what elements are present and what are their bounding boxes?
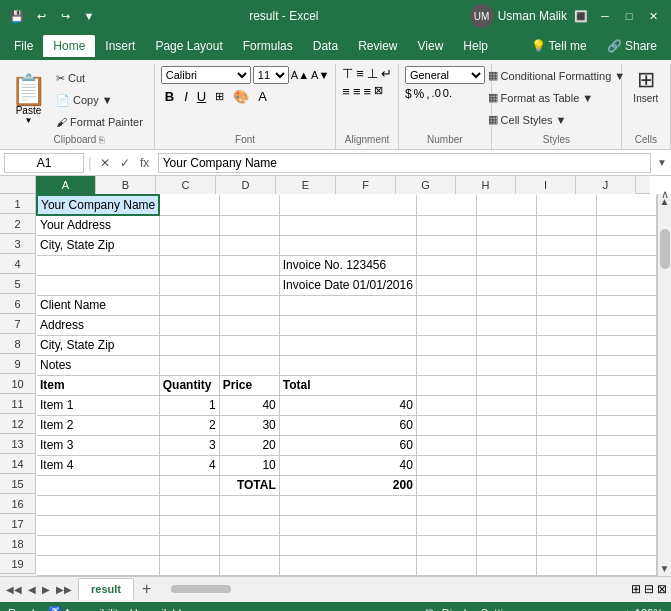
cell-E11[interactable] — [416, 395, 476, 415]
cell-A5[interactable] — [37, 275, 159, 295]
cell-F11[interactable] — [476, 395, 536, 415]
cell-G17[interactable] — [536, 515, 596, 535]
font-family-select[interactable]: Calibri — [161, 66, 251, 84]
zoom-out-button[interactable]: ─ — [529, 607, 537, 612]
col-header-G[interactable]: G — [396, 176, 456, 194]
cell-B19[interactable] — [159, 555, 219, 575]
menu-page-layout[interactable]: Page Layout — [145, 35, 232, 57]
row-header-3[interactable]: 3 — [0, 234, 36, 254]
merge-button[interactable]: ⊠ — [374, 84, 383, 99]
cell-E13[interactable] — [416, 435, 476, 455]
cell-A17[interactable] — [37, 515, 159, 535]
cell-C7[interactable] — [219, 315, 279, 335]
row-header-4[interactable]: 4 — [0, 254, 36, 274]
cell-D18[interactable] — [279, 535, 416, 555]
cell-H17[interactable] — [596, 515, 656, 535]
cell-B10[interactable]: Quantity — [159, 375, 219, 395]
sheet-nav-next[interactable]: ▶ — [40, 582, 52, 597]
cell-H8[interactable] — [596, 335, 656, 355]
cell-A18[interactable] — [37, 535, 159, 555]
cell-D2[interactable] — [279, 215, 416, 235]
cell-A7[interactable]: Address — [37, 315, 159, 335]
cell-H6[interactable] — [596, 295, 656, 315]
cell-H7[interactable] — [596, 315, 656, 335]
scrollbar-track-h[interactable] — [161, 584, 623, 594]
cell-G8[interactable] — [536, 335, 596, 355]
cell-G11[interactable] — [536, 395, 596, 415]
cell-D17[interactable] — [279, 515, 416, 535]
menu-home[interactable]: Home — [43, 35, 95, 57]
cell-G15[interactable] — [536, 475, 596, 495]
cell-G7[interactable] — [536, 315, 596, 335]
cell-B3[interactable] — [159, 235, 219, 255]
underline-button[interactable]: U — [194, 88, 209, 105]
col-header-I[interactable]: I — [516, 176, 576, 194]
cell-B2[interactable] — [159, 215, 219, 235]
row-header-1[interactable]: 1 — [0, 194, 36, 214]
select-all-button[interactable] — [0, 176, 36, 194]
wrap-text-button[interactable]: ↵ — [381, 66, 392, 81]
conditional-formatting-button[interactable]: ▦ Conditional Formatting ▼ — [483, 66, 631, 85]
cell-H15[interactable] — [596, 475, 656, 495]
menu-review[interactable]: Review — [348, 35, 407, 57]
cell-F17[interactable] — [476, 515, 536, 535]
horizontal-scrollbar[interactable] — [157, 584, 627, 594]
row-header-5[interactable]: 5 — [0, 274, 36, 294]
cell-H10[interactable] — [596, 375, 656, 395]
menu-formulas[interactable]: Formulas — [233, 35, 303, 57]
row-header-17[interactable]: 17 — [0, 514, 36, 534]
align-right-button[interactable]: ≡ — [363, 84, 371, 99]
cell-E16[interactable] — [416, 495, 476, 515]
italic-button[interactable]: I — [181, 88, 191, 105]
cell-G3[interactable] — [536, 235, 596, 255]
cell-G10[interactable] — [536, 375, 596, 395]
menu-data[interactable]: Data — [303, 35, 348, 57]
cell-E15[interactable] — [416, 475, 476, 495]
cell-B9[interactable] — [159, 355, 219, 375]
cut-button[interactable]: ✂ Cut — [51, 69, 148, 88]
undo-icon[interactable]: ↩ — [32, 7, 50, 25]
col-header-C[interactable]: C — [156, 176, 216, 194]
cell-B17[interactable] — [159, 515, 219, 535]
col-header-F[interactable]: F — [336, 176, 396, 194]
cell-C4[interactable] — [219, 255, 279, 275]
cell-D13[interactable]: 60 — [279, 435, 416, 455]
cell-D12[interactable]: 60 — [279, 415, 416, 435]
cell-E9[interactable] — [416, 355, 476, 375]
cell-E2[interactable] — [416, 215, 476, 235]
row-header-15[interactable]: 15 — [0, 474, 36, 494]
cell-H4[interactable] — [596, 255, 656, 275]
percent-button[interactable]: % — [414, 87, 425, 101]
col-header-J[interactable]: J — [576, 176, 636, 194]
comma-button[interactable]: , — [426, 87, 429, 101]
cell-B8[interactable] — [159, 335, 219, 355]
col-header-A[interactable]: A — [36, 176, 96, 194]
decrease-decimal-button[interactable]: 0. — [443, 87, 452, 101]
restore-button[interactable]: □ — [619, 6, 639, 26]
cell-G16[interactable] — [536, 495, 596, 515]
cell-A12[interactable]: Item 2 — [37, 415, 159, 435]
cell-B14[interactable]: 4 — [159, 455, 219, 475]
align-middle-button[interactable]: ≡ — [356, 66, 364, 81]
cell-F2[interactable] — [476, 215, 536, 235]
cell-H14[interactable] — [596, 455, 656, 475]
format-as-table-button[interactable]: ▦ Format as Table ▼ — [483, 88, 599, 107]
cell-F4[interactable] — [476, 255, 536, 275]
save-icon[interactable]: 💾 — [8, 7, 26, 25]
cell-D6[interactable] — [279, 295, 416, 315]
row-header-12[interactable]: 12 — [0, 414, 36, 434]
increase-font-button[interactable]: A▲ — [291, 69, 309, 81]
cell-F15[interactable] — [476, 475, 536, 495]
cell-E14[interactable] — [416, 455, 476, 475]
insert-cells-button[interactable]: ⊞ Insert — [628, 66, 664, 107]
col-header-E[interactable]: E — [276, 176, 336, 194]
cell-E5[interactable] — [416, 275, 476, 295]
cell-D14[interactable]: 40 — [279, 455, 416, 475]
normal-view-button[interactable]: ⊞ — [631, 582, 641, 596]
cell-H16[interactable] — [596, 495, 656, 515]
fill-color-button[interactable]: 🎨 — [230, 88, 252, 105]
cell-A4[interactable] — [37, 255, 159, 275]
cell-E1[interactable] — [416, 195, 476, 215]
customize-icon[interactable]: ▼ — [80, 7, 98, 25]
cell-F10[interactable] — [476, 375, 536, 395]
